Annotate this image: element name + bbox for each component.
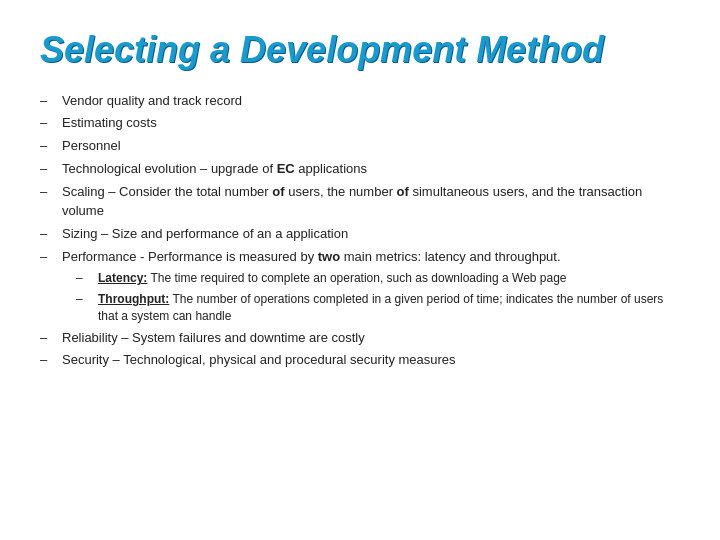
list-item: – Technological evolution – upgrade of E…	[40, 160, 680, 179]
sub-bullets-container: – Latency: The time required to complete…	[76, 270, 680, 325]
list-item: – Vendor quality and track record	[40, 92, 680, 111]
content-area: – Vendor quality and track record – Esti…	[40, 92, 680, 371]
sub-bullet-dash: –	[76, 291, 94, 308]
sub-bullet-dash: –	[76, 270, 94, 287]
list-item: – Latency: The time required to complete…	[76, 270, 680, 287]
bullet-dash: –	[40, 114, 58, 133]
bullet-text: Security – Technological, physical and p…	[62, 351, 680, 370]
list-item: – Personnel	[40, 137, 680, 156]
bullet-dash: –	[40, 92, 58, 111]
list-item: – Throughput: The number of operations c…	[76, 291, 680, 326]
bullet-dash: –	[40, 248, 58, 267]
sub-bullet-text: Latency: The time required to complete a…	[98, 270, 680, 287]
slide: Selecting a Development Method – Vendor …	[0, 0, 720, 540]
bullet-text: Estimating costs	[62, 114, 680, 133]
bullet-text: Reliability – System failures and downti…	[62, 329, 680, 348]
list-item: – Estimating costs	[40, 114, 680, 133]
slide-title: Selecting a Development Method	[40, 30, 680, 70]
list-item: – Performance - Performance is measured …	[40, 248, 680, 267]
bullet-text: Vendor quality and track record	[62, 92, 680, 111]
sub-bullet-text: Throughput: The number of operations com…	[98, 291, 680, 326]
bullet-dash: –	[40, 160, 58, 179]
bullet-dash: –	[40, 351, 58, 370]
bullet-text: Technological evolution – upgrade of EC …	[62, 160, 680, 179]
list-item: – Reliability – System failures and down…	[40, 329, 680, 348]
bullet-dash: –	[40, 183, 58, 202]
bullet-text: Sizing – Size and performance of an a ap…	[62, 225, 680, 244]
bullet-dash: –	[40, 137, 58, 156]
list-item: – Sizing – Size and performance of an a …	[40, 225, 680, 244]
bullet-dash: –	[40, 329, 58, 348]
bullet-text: Personnel	[62, 137, 680, 156]
bullet-text: Performance - Performance is measured by…	[62, 248, 680, 267]
list-item: – Scaling – Consider the total number of…	[40, 183, 680, 221]
bullet-dash: –	[40, 225, 58, 244]
bullet-text: Scaling – Consider the total number of u…	[62, 183, 680, 221]
list-item: – Security – Technological, physical and…	[40, 351, 680, 370]
